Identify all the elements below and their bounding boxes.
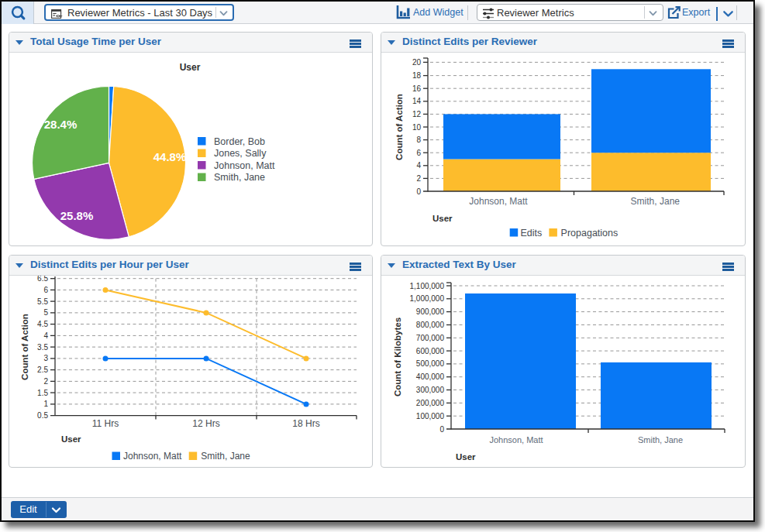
svg-text:Count of Action: Count of Action (20, 314, 29, 380)
svg-text:1: 1 (43, 400, 48, 408)
svg-text:Propagations: Propagations (561, 228, 619, 239)
svg-text:Border, Bob: Border, Bob (214, 136, 265, 147)
svg-text:Smith, Jane: Smith, Jane (638, 435, 683, 444)
svg-text:4.5: 4.5 (37, 320, 48, 328)
svg-text:1,100,000: 1,100,000 (410, 282, 445, 290)
svg-text:3.5: 3.5 (37, 343, 48, 352)
svg-text:20: 20 (412, 58, 422, 67)
svg-text:200,000: 200,000 (416, 399, 445, 407)
svg-text:0: 0 (439, 425, 444, 434)
svg-text:4: 4 (43, 331, 48, 340)
svg-text:Count of Action: Count of Action (395, 94, 404, 160)
svg-text:11 Hrs: 11 Hrs (92, 418, 119, 429)
svg-text:Smith, Jane: Smith, Jane (631, 196, 681, 207)
svg-text:16: 16 (412, 84, 422, 93)
svg-text:500,000: 500,000 (416, 359, 445, 368)
svg-text:1,000,000: 1,000,000 (410, 294, 445, 303)
svg-text:8: 8 (416, 136, 421, 144)
svg-text:6.5: 6.5 (37, 276, 48, 283)
svg-text:0: 0 (416, 187, 421, 196)
svg-text:Smith, Jane: Smith, Jane (214, 172, 265, 183)
svg-text:12 Hrs: 12 Hrs (192, 418, 219, 429)
svg-text:6: 6 (416, 149, 421, 157)
svg-text:Johnson, Matt: Johnson, Matt (469, 196, 528, 207)
svg-text:14: 14 (412, 97, 422, 105)
svg-text:Johnson, Matt: Johnson, Matt (214, 160, 275, 171)
svg-text:600,000: 600,000 (416, 347, 445, 355)
svg-text:800,000: 800,000 (416, 321, 445, 329)
svg-text:Count of Kilobytes: Count of Kilobytes (393, 317, 402, 396)
svg-text:44.8%: 44.8% (153, 150, 187, 163)
svg-text:Jones, Sally: Jones, Sally (214, 148, 267, 159)
svg-text:6: 6 (43, 286, 48, 294)
svg-text:25.8%: 25.8% (60, 209, 94, 222)
svg-text:18 Hrs: 18 Hrs (292, 418, 319, 429)
svg-text:User: User (61, 434, 81, 444)
svg-text:2: 2 (416, 174, 421, 183)
svg-text:5: 5 (43, 308, 48, 317)
svg-text:2.5: 2.5 (37, 366, 48, 374)
svg-text:3: 3 (43, 354, 48, 362)
svg-text:2: 2 (43, 377, 48, 386)
svg-text:Johnson, Matt: Johnson, Matt (489, 435, 543, 444)
svg-text:10: 10 (412, 123, 422, 132)
svg-text:Smith, Jane: Smith, Jane (201, 451, 250, 462)
svg-text:400,000: 400,000 (416, 372, 445, 381)
svg-text:5.5: 5.5 (37, 297, 48, 306)
svg-text:28.4%: 28.4% (44, 118, 78, 131)
svg-text:1.5: 1.5 (37, 389, 48, 397)
svg-text:Johnson, Matt: Johnson, Matt (123, 451, 182, 462)
svg-text:Edits: Edits (521, 228, 543, 239)
svg-text:User: User (456, 452, 476, 462)
svg-text:100,000: 100,000 (416, 412, 445, 420)
svg-text:300,000: 300,000 (416, 386, 445, 394)
svg-text:4: 4 (416, 161, 421, 170)
svg-text:18: 18 (412, 71, 422, 80)
svg-text:User: User (432, 214, 453, 223)
svg-text:0.5: 0.5 (37, 411, 48, 420)
svg-text:User: User (180, 62, 201, 73)
svg-text:12: 12 (412, 110, 422, 118)
svg-text:900,000: 900,000 (416, 307, 445, 316)
svg-text:700,000: 700,000 (416, 334, 445, 342)
